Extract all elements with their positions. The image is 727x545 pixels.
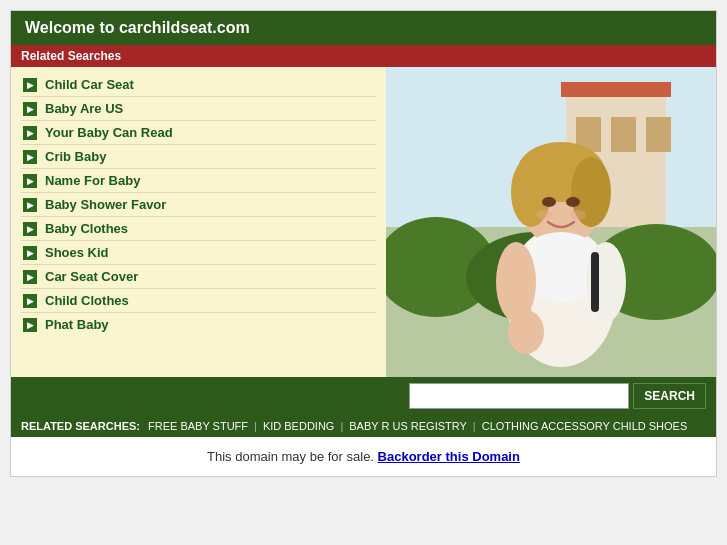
svg-point-23 <box>570 210 586 220</box>
list-item: ▶ Shoes Kid <box>21 241 376 265</box>
related-bar-label: Related Searches <box>21 49 121 63</box>
arrow-icon: ▶ <box>23 102 37 116</box>
list-item: ▶ Baby Shower Favor <box>21 193 376 217</box>
link-anchor[interactable]: Your Baby Can Read <box>45 125 173 140</box>
separator: | <box>473 420 476 432</box>
list-item: ▶ Crib Baby <box>21 145 376 169</box>
list-item: ▶ Car Seat Cover <box>21 265 376 289</box>
search-row: SEARCH <box>11 377 716 415</box>
svg-point-22 <box>536 210 552 220</box>
svg-rect-4 <box>611 117 636 152</box>
arrow-icon: ▶ <box>23 222 37 236</box>
backorder-link[interactable]: Backorder this Domain <box>378 449 520 464</box>
svg-marker-6 <box>561 82 671 97</box>
header-title: Welcome to carchildseat.com <box>25 19 250 36</box>
svg-point-21 <box>566 197 580 207</box>
link-anchor[interactable]: Car Seat Cover <box>45 269 138 284</box>
link-anchor[interactable]: Baby Clothes <box>45 221 128 236</box>
link-anchor[interactable]: Baby Shower Favor <box>45 197 166 212</box>
bottom-related-searches: RELATED SEARCHES: FREE BABY STUFF|KID BE… <box>11 415 716 437</box>
arrow-icon: ▶ <box>23 294 37 308</box>
arrow-icon: ▶ <box>23 150 37 164</box>
link-anchor[interactable]: Phat Baby <box>45 317 109 332</box>
svg-rect-19 <box>591 252 599 312</box>
list-item: ▶ Baby Clothes <box>21 217 376 241</box>
link-anchor[interactable]: Shoes Kid <box>45 245 109 260</box>
woman-image <box>386 67 716 377</box>
separator: | <box>340 420 343 432</box>
bottom-related-link[interactable]: BABY R US REGISTRY <box>349 420 467 432</box>
search-input[interactable] <box>409 383 629 409</box>
arrow-icon: ▶ <box>23 126 37 140</box>
link-anchor[interactable]: Baby Are US <box>45 101 123 116</box>
arrow-icon: ▶ <box>23 318 37 332</box>
main-content: ▶ Child Car Seat ▶ Baby Are US ▶ Your Ba… <box>11 67 716 377</box>
link-anchor[interactable]: Name For Baby <box>45 173 140 188</box>
link-anchor[interactable]: Crib Baby <box>45 149 106 164</box>
list-item: ▶ Child Car Seat <box>21 73 376 97</box>
svg-point-25 <box>516 303 532 327</box>
search-button[interactable]: SEARCH <box>633 383 706 409</box>
bottom-related-label: RELATED SEARCHES: <box>21 420 140 432</box>
list-item: ▶ Name For Baby <box>21 169 376 193</box>
image-column <box>386 67 716 377</box>
bottom-related-link[interactable]: CLOTHING ACCESSORY CHILD SHOES <box>482 420 688 432</box>
list-item: ▶ Phat Baby <box>21 313 376 336</box>
list-item: ▶ Baby Are US <box>21 97 376 121</box>
related-searches-bar: Related Searches <box>11 45 716 67</box>
svg-point-20 <box>542 197 556 207</box>
arrow-icon: ▶ <box>23 270 37 284</box>
svg-rect-5 <box>646 117 671 152</box>
separator: | <box>254 420 257 432</box>
link-anchor[interactable]: Child Car Seat <box>45 77 134 92</box>
arrow-icon: ▶ <box>23 78 37 92</box>
list-item: ▶ Your Baby Can Read <box>21 121 376 145</box>
page-wrapper: Welcome to carchildseat.com Related Sear… <box>10 10 717 477</box>
arrow-icon: ▶ <box>23 174 37 188</box>
footer-text: This domain may be for sale. <box>207 449 374 464</box>
footer: This domain may be for sale. Backorder t… <box>11 437 716 476</box>
arrow-icon: ▶ <box>23 246 37 260</box>
link-anchor[interactable]: Child Clothes <box>45 293 129 308</box>
list-item: ▶ Child Clothes <box>21 289 376 313</box>
arrow-icon: ▶ <box>23 198 37 212</box>
site-header: Welcome to carchildseat.com <box>11 11 716 45</box>
links-column: ▶ Child Car Seat ▶ Baby Are US ▶ Your Ba… <box>11 67 386 377</box>
bottom-related-link[interactable]: KID BEDDING <box>263 420 335 432</box>
bottom-related-link[interactable]: FREE BABY STUFF <box>148 420 248 432</box>
